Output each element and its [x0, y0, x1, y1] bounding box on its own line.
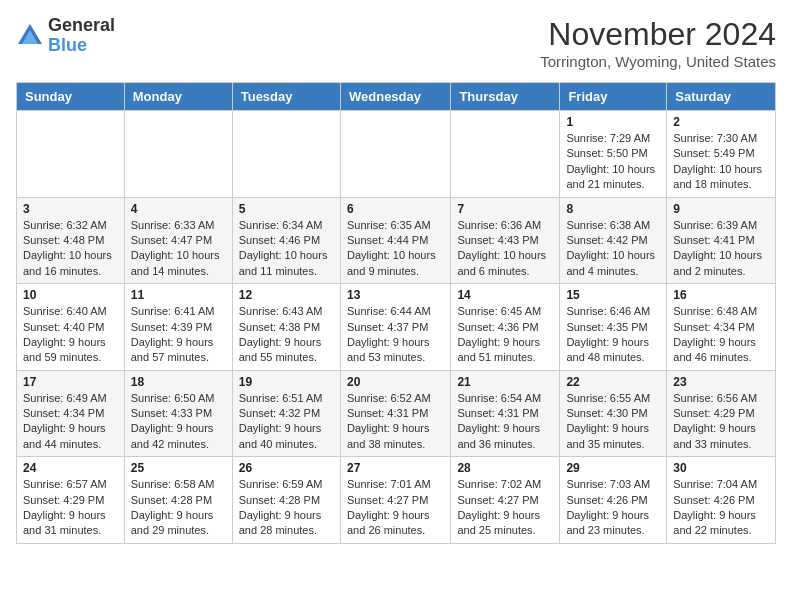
- calendar-cell: 15Sunrise: 6:46 AM Sunset: 4:35 PM Dayli…: [560, 284, 667, 371]
- calendar-cell: 8Sunrise: 6:38 AM Sunset: 4:42 PM Daylig…: [560, 197, 667, 284]
- day-number: 18: [131, 375, 226, 389]
- day-info: Sunrise: 7:01 AM Sunset: 4:27 PM Dayligh…: [347, 477, 444, 539]
- day-info: Sunrise: 6:49 AM Sunset: 4:34 PM Dayligh…: [23, 391, 118, 453]
- logo-general: General: [48, 16, 115, 36]
- calendar-week-2: 10Sunrise: 6:40 AM Sunset: 4:40 PM Dayli…: [17, 284, 776, 371]
- calendar-cell: 24Sunrise: 6:57 AM Sunset: 4:29 PM Dayli…: [17, 457, 125, 544]
- day-info: Sunrise: 7:29 AM Sunset: 5:50 PM Dayligh…: [566, 131, 660, 193]
- day-number: 22: [566, 375, 660, 389]
- day-number: 5: [239, 202, 334, 216]
- day-number: 12: [239, 288, 334, 302]
- location: Torrington, Wyoming, United States: [540, 53, 776, 70]
- day-number: 4: [131, 202, 226, 216]
- calendar-cell: 17Sunrise: 6:49 AM Sunset: 4:34 PM Dayli…: [17, 370, 125, 457]
- calendar-cell: 7Sunrise: 6:36 AM Sunset: 4:43 PM Daylig…: [451, 197, 560, 284]
- calendar-header-thursday: Thursday: [451, 83, 560, 111]
- calendar-header-saturday: Saturday: [667, 83, 776, 111]
- calendar-cell: 23Sunrise: 6:56 AM Sunset: 4:29 PM Dayli…: [667, 370, 776, 457]
- calendar-cell: 5Sunrise: 6:34 AM Sunset: 4:46 PM Daylig…: [232, 197, 340, 284]
- calendar-week-1: 3Sunrise: 6:32 AM Sunset: 4:48 PM Daylig…: [17, 197, 776, 284]
- day-number: 16: [673, 288, 769, 302]
- day-info: Sunrise: 6:50 AM Sunset: 4:33 PM Dayligh…: [131, 391, 226, 453]
- day-info: Sunrise: 7:04 AM Sunset: 4:26 PM Dayligh…: [673, 477, 769, 539]
- day-number: 6: [347, 202, 444, 216]
- day-number: 9: [673, 202, 769, 216]
- day-number: 24: [23, 461, 118, 475]
- calendar-cell: 9Sunrise: 6:39 AM Sunset: 4:41 PM Daylig…: [667, 197, 776, 284]
- calendar-cell: [340, 111, 450, 198]
- calendar-week-4: 24Sunrise: 6:57 AM Sunset: 4:29 PM Dayli…: [17, 457, 776, 544]
- calendar: SundayMondayTuesdayWednesdayThursdayFrid…: [16, 82, 776, 544]
- calendar-header-monday: Monday: [124, 83, 232, 111]
- header: General Blue November 2024 Torrington, W…: [16, 16, 776, 70]
- logo-text: General Blue: [48, 16, 115, 56]
- day-number: 11: [131, 288, 226, 302]
- logo-icon: [16, 22, 44, 50]
- day-number: 30: [673, 461, 769, 475]
- day-info: Sunrise: 7:30 AM Sunset: 5:49 PM Dayligh…: [673, 131, 769, 193]
- day-info: Sunrise: 6:41 AM Sunset: 4:39 PM Dayligh…: [131, 304, 226, 366]
- calendar-cell: 12Sunrise: 6:43 AM Sunset: 4:38 PM Dayli…: [232, 284, 340, 371]
- day-info: Sunrise: 6:44 AM Sunset: 4:37 PM Dayligh…: [347, 304, 444, 366]
- calendar-header-friday: Friday: [560, 83, 667, 111]
- day-info: Sunrise: 6:45 AM Sunset: 4:36 PM Dayligh…: [457, 304, 553, 366]
- day-info: Sunrise: 6:34 AM Sunset: 4:46 PM Dayligh…: [239, 218, 334, 280]
- day-info: Sunrise: 6:52 AM Sunset: 4:31 PM Dayligh…: [347, 391, 444, 453]
- day-info: Sunrise: 7:03 AM Sunset: 4:26 PM Dayligh…: [566, 477, 660, 539]
- day-number: 10: [23, 288, 118, 302]
- calendar-cell: 13Sunrise: 6:44 AM Sunset: 4:37 PM Dayli…: [340, 284, 450, 371]
- calendar-cell: [451, 111, 560, 198]
- day-number: 26: [239, 461, 334, 475]
- day-info: Sunrise: 6:57 AM Sunset: 4:29 PM Dayligh…: [23, 477, 118, 539]
- day-number: 15: [566, 288, 660, 302]
- calendar-cell: 21Sunrise: 6:54 AM Sunset: 4:31 PM Dayli…: [451, 370, 560, 457]
- calendar-cell: 26Sunrise: 6:59 AM Sunset: 4:28 PM Dayli…: [232, 457, 340, 544]
- day-info: Sunrise: 6:59 AM Sunset: 4:28 PM Dayligh…: [239, 477, 334, 539]
- day-info: Sunrise: 6:54 AM Sunset: 4:31 PM Dayligh…: [457, 391, 553, 453]
- calendar-cell: 14Sunrise: 6:45 AM Sunset: 4:36 PM Dayli…: [451, 284, 560, 371]
- calendar-cell: 25Sunrise: 6:58 AM Sunset: 4:28 PM Dayli…: [124, 457, 232, 544]
- day-info: Sunrise: 6:32 AM Sunset: 4:48 PM Dayligh…: [23, 218, 118, 280]
- day-number: 3: [23, 202, 118, 216]
- calendar-header-row: SundayMondayTuesdayWednesdayThursdayFrid…: [17, 83, 776, 111]
- calendar-cell: 28Sunrise: 7:02 AM Sunset: 4:27 PM Dayli…: [451, 457, 560, 544]
- logo: General Blue: [16, 16, 115, 56]
- day-info: Sunrise: 6:55 AM Sunset: 4:30 PM Dayligh…: [566, 391, 660, 453]
- day-info: Sunrise: 6:40 AM Sunset: 4:40 PM Dayligh…: [23, 304, 118, 366]
- day-info: Sunrise: 6:58 AM Sunset: 4:28 PM Dayligh…: [131, 477, 226, 539]
- day-number: 8: [566, 202, 660, 216]
- day-number: 13: [347, 288, 444, 302]
- day-info: Sunrise: 6:39 AM Sunset: 4:41 PM Dayligh…: [673, 218, 769, 280]
- day-info: Sunrise: 7:02 AM Sunset: 4:27 PM Dayligh…: [457, 477, 553, 539]
- day-info: Sunrise: 6:36 AM Sunset: 4:43 PM Dayligh…: [457, 218, 553, 280]
- day-number: 23: [673, 375, 769, 389]
- calendar-cell: 2Sunrise: 7:30 AM Sunset: 5:49 PM Daylig…: [667, 111, 776, 198]
- calendar-header-wednesday: Wednesday: [340, 83, 450, 111]
- day-info: Sunrise: 6:35 AM Sunset: 4:44 PM Dayligh…: [347, 218, 444, 280]
- month-title: November 2024: [540, 16, 776, 53]
- calendar-cell: 11Sunrise: 6:41 AM Sunset: 4:39 PM Dayli…: [124, 284, 232, 371]
- calendar-cell: [124, 111, 232, 198]
- calendar-cell: 10Sunrise: 6:40 AM Sunset: 4:40 PM Dayli…: [17, 284, 125, 371]
- calendar-cell: 18Sunrise: 6:50 AM Sunset: 4:33 PM Dayli…: [124, 370, 232, 457]
- calendar-cell: 16Sunrise: 6:48 AM Sunset: 4:34 PM Dayli…: [667, 284, 776, 371]
- calendar-cell: 1Sunrise: 7:29 AM Sunset: 5:50 PM Daylig…: [560, 111, 667, 198]
- day-info: Sunrise: 6:56 AM Sunset: 4:29 PM Dayligh…: [673, 391, 769, 453]
- day-number: 28: [457, 461, 553, 475]
- calendar-header-sunday: Sunday: [17, 83, 125, 111]
- day-info: Sunrise: 6:48 AM Sunset: 4:34 PM Dayligh…: [673, 304, 769, 366]
- day-info: Sunrise: 6:38 AM Sunset: 4:42 PM Dayligh…: [566, 218, 660, 280]
- calendar-cell: [17, 111, 125, 198]
- day-info: Sunrise: 6:43 AM Sunset: 4:38 PM Dayligh…: [239, 304, 334, 366]
- calendar-cell: 30Sunrise: 7:04 AM Sunset: 4:26 PM Dayli…: [667, 457, 776, 544]
- calendar-week-3: 17Sunrise: 6:49 AM Sunset: 4:34 PM Dayli…: [17, 370, 776, 457]
- day-number: 2: [673, 115, 769, 129]
- day-number: 19: [239, 375, 334, 389]
- calendar-cell: 22Sunrise: 6:55 AM Sunset: 4:30 PM Dayli…: [560, 370, 667, 457]
- calendar-header-tuesday: Tuesday: [232, 83, 340, 111]
- day-number: 17: [23, 375, 118, 389]
- day-number: 21: [457, 375, 553, 389]
- calendar-week-0: 1Sunrise: 7:29 AM Sunset: 5:50 PM Daylig…: [17, 111, 776, 198]
- logo-blue: Blue: [48, 36, 115, 56]
- day-number: 14: [457, 288, 553, 302]
